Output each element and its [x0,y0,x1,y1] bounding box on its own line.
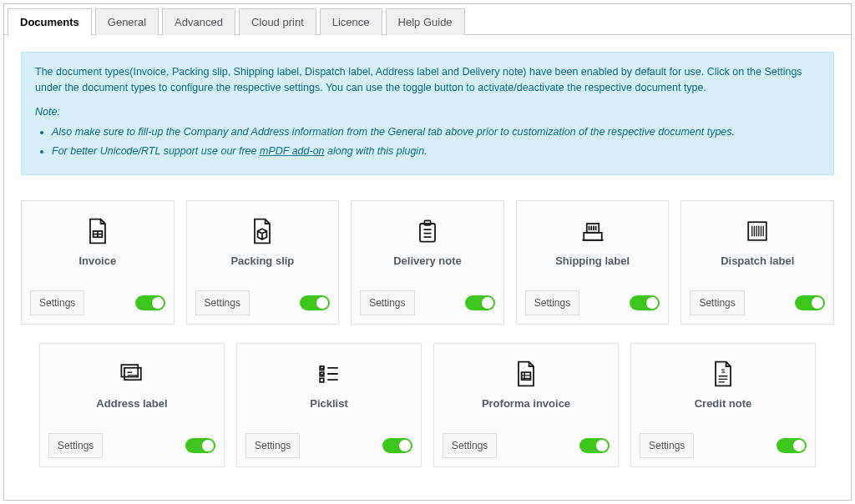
tab-licence[interactable]: Licence [320,8,382,35]
tab-general[interactable]: General [95,8,159,35]
settings-proforma-invoice[interactable]: Settings [443,433,497,458]
toggle-dispatch-label[interactable] [795,295,825,310]
card-invoice-title: Invoice [78,255,116,267]
svg-rect-1 [420,224,435,242]
card-invoice: Invoice Settings [21,200,175,325]
card-picklist: Picklist Settings [236,343,422,467]
proforma-invoice-icon [511,359,541,389]
credit-note-icon: $ [708,359,738,389]
settings-address-label[interactable]: Settings [48,433,103,458]
address-label-icon [117,359,147,389]
settings-credit-note[interactable]: Settings [640,433,694,458]
info-bullet-1: Also make sure to fill-up the Company an… [52,124,820,140]
toggle-invoice[interactable] [135,295,165,310]
toggle-delivery-note[interactable] [465,295,495,310]
card-proforma-invoice-title: Proforma invoice [482,397,570,410]
settings-dispatch-label[interactable]: Settings [690,290,744,315]
toggle-shipping-label[interactable] [630,295,660,310]
toggle-packing-slip[interactable] [300,295,330,310]
card-address-label-title: Address label [96,397,167,410]
svg-rect-3 [584,233,602,240]
settings-invoice[interactable]: Settings [30,290,84,315]
info-box: The document types(Invoice, Packing slip… [21,52,834,175]
picklist-icon [314,359,344,389]
info-bullet-2: For better Unicode/RTL support use our f… [52,144,820,159]
svg-text:$: $ [721,367,726,375]
toggle-credit-note[interactable] [777,438,807,453]
info-main-text: The document types(Invoice, Packing slip… [35,64,820,96]
content-area: The document types(Invoice, Packing slip… [4,35,851,484]
card-shipping-label: Shipping label Settings [516,200,670,325]
toggle-picklist[interactable] [382,438,412,453]
info-note-label: Note: [35,104,820,120]
settings-shipping-label[interactable]: Settings [525,290,579,315]
card-dispatch-label: Dispatch label Settings [680,200,834,325]
settings-picklist[interactable]: Settings [245,433,300,458]
cards-row-1: Invoice Settings Packing slip Settings [21,200,834,325]
card-packing-slip-title: Packing slip [230,255,294,267]
card-proforma-invoice: Proforma invoice Settings [433,343,619,467]
toggle-address-label[interactable] [185,438,215,453]
toggle-proforma-invoice[interactable] [579,438,610,453]
tab-bar: Documents General Advanced Cloud print L… [4,4,851,35]
svg-rect-10 [320,378,324,382]
invoice-icon [83,216,113,246]
card-packing-slip: Packing slip Settings [186,200,340,325]
card-picklist-title: Picklist [310,397,348,410]
settings-delivery-note[interactable]: Settings [360,290,414,315]
card-credit-note: $ Credit note Settings [630,343,816,467]
settings-packing-slip[interactable]: Settings [195,290,250,315]
app-container: Documents General Advanced Cloud print L… [3,3,852,501]
dispatch-label-icon [742,216,772,246]
shipping-label-icon [578,216,608,246]
card-dispatch-label-title: Dispatch label [721,255,794,267]
card-delivery-note-title: Delivery note [393,255,462,267]
tab-cloud-print[interactable]: Cloud print [239,8,316,35]
tab-help-guide[interactable]: Help Guide [386,8,465,35]
card-credit-note-title: Credit note [695,397,752,410]
card-delivery-note: Delivery note Settings [351,200,504,325]
svg-rect-2 [424,220,430,224]
card-address-label: Address label Settings [39,343,225,467]
info-list: Also make sure to fill-up the Company an… [35,124,820,159]
packing-slip-icon [247,216,277,246]
card-shipping-label-title: Shipping label [555,255,630,267]
mpdf-addon-link[interactable]: mPDF add-on [260,145,325,157]
tab-advanced[interactable]: Advanced [162,8,235,35]
tab-documents[interactable]: Documents [8,8,92,36]
cards-row-2: Address label Settings Picklist Settings [21,343,834,467]
delivery-note-icon [412,216,443,246]
